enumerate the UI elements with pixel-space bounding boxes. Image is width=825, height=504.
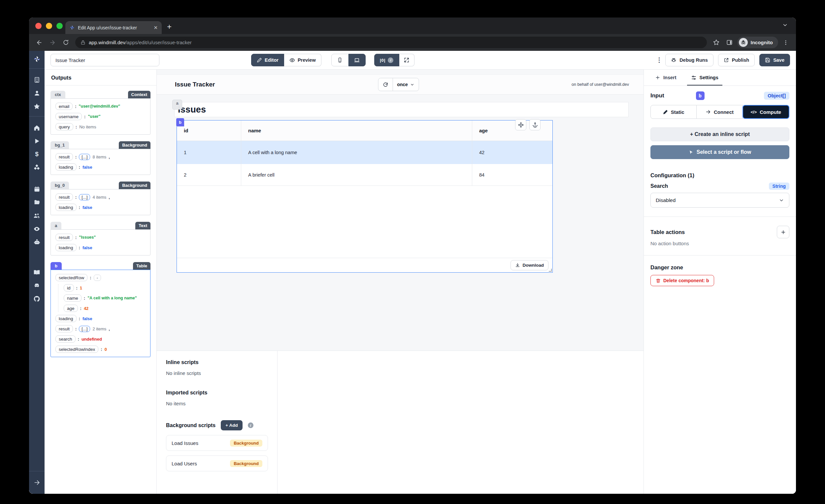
output-chip[interactable]: bg_0	[51, 182, 69, 189]
hide-ids-button[interactable]: |0| i	[374, 54, 399, 66]
minimize-window-button[interactable]	[46, 23, 52, 29]
output-key[interactable]: id	[64, 284, 74, 291]
search-setting-label: Search	[651, 183, 668, 189]
output-key[interactable]: result	[56, 153, 73, 160]
publish-button[interactable]: Publish	[718, 54, 755, 66]
collapse-sidebar-button[interactable]	[29, 476, 45, 489]
output-key[interactable]: age	[64, 305, 78, 312]
sidebar-item-folders[interactable]	[29, 196, 45, 209]
sidebar-item-docs[interactable]	[29, 266, 45, 279]
table-row-selected[interactable]: 1 A cell with a long name 42	[177, 141, 552, 164]
tab-close-icon[interactable]: ✕	[153, 25, 158, 31]
sidebar-item-variables[interactable]: $	[29, 148, 45, 161]
browser-menu-button[interactable]	[780, 37, 791, 48]
url-bar[interactable]: app.windmill.dev/apps/edit/u/user/issue-…	[75, 37, 707, 48]
table-header-cell[interactable]: name	[241, 121, 472, 141]
output-chip[interactable]: b	[51, 262, 62, 270]
delete-component-button[interactable]: Delete component: b	[651, 275, 714, 286]
tab-search-chevron-icon[interactable]	[782, 22, 788, 28]
select-script-button[interactable]: Select a script or flow	[651, 145, 790, 159]
download-button[interactable]: Download	[511, 260, 549, 270]
side-panel-button[interactable]	[724, 37, 735, 48]
forward-button[interactable]	[47, 37, 58, 48]
table-row[interactable]: 2 A briefer cell 84	[177, 164, 552, 186]
sidebar-item-resources[interactable]	[29, 161, 45, 174]
refresh-button[interactable]	[378, 78, 393, 91]
output-key[interactable]: loading	[56, 163, 77, 171]
output-key[interactable]: loading	[56, 204, 77, 211]
save-button[interactable]: Save	[759, 54, 790, 66]
desktop-view-button[interactable]	[349, 54, 366, 66]
add-table-action-button[interactable]	[777, 226, 790, 238]
create-inline-script-button[interactable]: + Create an inline script	[651, 127, 790, 141]
sidebar-item-schedules[interactable]	[29, 183, 45, 196]
table-component-b[interactable]: b id name	[176, 120, 553, 273]
windmill-logo[interactable]	[33, 55, 41, 64]
move-component-button[interactable]	[515, 119, 526, 130]
compute-mode-button[interactable]: </> Compute	[743, 105, 790, 119]
app-name-input[interactable]	[51, 54, 159, 66]
array-chip[interactable]: [...]	[79, 326, 90, 332]
browser-tab[interactable]: Edit App u/user/issue-tracker ✕	[65, 21, 162, 34]
output-chip[interactable]: a	[51, 222, 61, 229]
tab-settings[interactable]: Settings	[684, 70, 726, 85]
search-mode-select[interactable]: Disabled	[651, 193, 790, 208]
sidebar-item-github[interactable]	[29, 292, 45, 305]
output-key[interactable]: search	[56, 335, 76, 343]
preview-mode-button[interactable]: Preview	[284, 54, 321, 66]
array-chip[interactable]: [...]	[79, 154, 90, 160]
output-key[interactable]: loading	[56, 244, 77, 251]
app-canvas[interactable]: a Issues b	[157, 95, 644, 351]
refresh-mode-dropdown[interactable]: once	[393, 78, 419, 91]
editor-mode-button[interactable]: Editor	[251, 54, 284, 66]
bookmark-button[interactable]	[711, 37, 722, 48]
static-mode-button[interactable]: Static	[651, 105, 697, 119]
back-button[interactable]	[34, 37, 45, 48]
tab-insert[interactable]: Insert	[648, 70, 684, 85]
output-key[interactable]: selectedRowIndex	[56, 346, 98, 353]
sidebar-item-workspace[interactable]	[29, 73, 45, 86]
fullscreen-button[interactable]	[399, 54, 415, 66]
sidebar-item-home[interactable]	[29, 121, 45, 134]
output-block-a: a Text result:"Issues" loading:false	[51, 222, 150, 256]
sidebar-item-user[interactable]	[29, 86, 45, 100]
close-window-button[interactable]	[35, 23, 42, 29]
output-key[interactable]: result	[56, 194, 73, 201]
output-key[interactable]: username	[56, 113, 82, 120]
output-key[interactable]: result	[56, 325, 73, 332]
output-key[interactable]: name	[64, 294, 81, 302]
debug-runs-button[interactable]: Debug Runs	[665, 54, 713, 66]
sidebar-item-assistant[interactable]	[29, 235, 45, 248]
output-key[interactable]: selectedRow	[56, 274, 87, 281]
output-key[interactable]: loading	[56, 315, 77, 322]
text-component-a[interactable]: a Issues	[174, 102, 629, 117]
cursor-icon	[689, 150, 694, 155]
sidebar-item-groups[interactable]	[29, 209, 45, 222]
sidebar-item-discord[interactable]	[29, 279, 45, 292]
resize-handle[interactable]	[549, 269, 552, 272]
new-tab-button[interactable]: +	[167, 22, 172, 31]
more-options-button[interactable]: ⋮	[656, 59, 661, 61]
array-chip[interactable]: [...]	[79, 194, 90, 200]
anchor-component-button[interactable]	[529, 119, 540, 130]
connect-mode-button[interactable]: Connect	[697, 105, 743, 119]
outputs-panel: Outputs ctx Context email:"user@windmill…	[45, 70, 157, 494]
background-script-item[interactable]: Load Users Background	[166, 455, 268, 471]
mobile-view-button[interactable]	[331, 54, 349, 66]
sidebar-item-runs[interactable]	[29, 134, 45, 148]
table-header-cell[interactable]: id	[177, 121, 241, 141]
editor-label: Editor	[265, 57, 279, 63]
zoom-window-button[interactable]	[57, 23, 63, 29]
sidebar-item-audit[interactable]	[29, 222, 45, 235]
sidebar-item-favorites[interactable]	[29, 100, 45, 113]
table-header-cell[interactable]: age	[472, 121, 553, 141]
output-key[interactable]: result	[56, 234, 73, 241]
collapse-chip[interactable]: -	[94, 275, 101, 281]
background-script-item[interactable]: Load Issues Background	[166, 435, 268, 451]
output-key[interactable]: query	[56, 123, 73, 130]
output-key[interactable]: email	[56, 103, 73, 110]
output-chip[interactable]: bg_1	[51, 141, 69, 149]
add-background-script-button[interactable]: + Add	[221, 420, 242, 430]
output-chip[interactable]: ctx	[51, 91, 65, 98]
reload-button[interactable]	[60, 37, 71, 48]
